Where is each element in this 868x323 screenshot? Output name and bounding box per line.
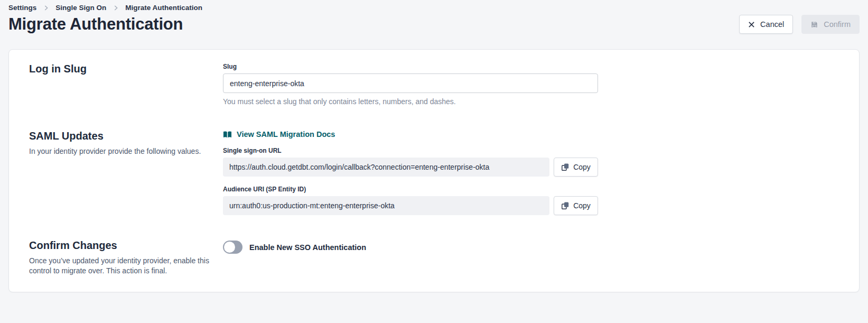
confirm-button[interactable]: Confirm xyxy=(801,15,860,34)
settings-card: Log in Slug Slug You must select a slug … xyxy=(8,49,860,292)
section-confirm-changes-right: Enable New SSO Authentication xyxy=(223,239,839,276)
confirm-button-label: Confirm xyxy=(824,20,851,29)
audience-uri-value: urn:auth0:us-production-mt:enteng-enterp… xyxy=(223,196,549,215)
section-login-slug-right: Slug You must select a slug that only co… xyxy=(223,63,839,106)
save-icon xyxy=(810,21,818,29)
copy-icon xyxy=(561,201,570,210)
breadcrumb-settings[interactable]: Settings xyxy=(8,4,36,12)
breadcrumb: Settings Single Sign On Migrate Authenti… xyxy=(8,0,860,12)
slug-helper-text: You must select a slug that only contain… xyxy=(223,97,839,106)
title-row: Migrate Authentication Cancel xyxy=(8,15,860,34)
section-saml-updates-left: SAML Updates In your identity provider p… xyxy=(29,130,223,215)
audience-uri-group: Audience URI (SP Entity ID) urn:auth0:us… xyxy=(223,186,839,215)
section-login-slug: Log in Slug Slug You must select a slug … xyxy=(29,63,839,106)
login-slug-heading: Log in Slug xyxy=(29,63,214,75)
copy-sso-url-label: Copy xyxy=(573,163,591,171)
audience-uri-label: Audience URI (SP Entity ID) xyxy=(223,186,839,193)
sso-url-group: Single sign-on URL https://auth.cloud.ge… xyxy=(223,147,839,177)
sso-url-value: https://auth.cloud.getdbt.com/login/call… xyxy=(223,158,549,177)
copy-audience-uri-button[interactable]: Copy xyxy=(554,196,598,215)
copy-audience-uri-label: Copy xyxy=(573,201,591,210)
confirm-changes-description: Once you’ve updated your identity provid… xyxy=(29,256,211,276)
cancel-button-label: Cancel xyxy=(760,20,784,29)
saml-updates-description: In your identity provider provide the fo… xyxy=(29,146,211,156)
section-login-slug-left: Log in Slug xyxy=(29,63,223,106)
view-saml-migration-docs-label: View SAML Migration Docs xyxy=(237,130,335,139)
section-saml-updates-right: View SAML Migration Docs Single sign-on … xyxy=(223,130,839,215)
saml-updates-heading: SAML Updates xyxy=(29,130,214,142)
page-title: Migrate Authentication xyxy=(8,15,183,34)
sso-url-label: Single sign-on URL xyxy=(223,147,839,154)
chevron-right-icon xyxy=(112,4,119,12)
section-confirm-changes: Confirm Changes Once you’ve updated your… xyxy=(29,239,839,276)
breadcrumb-migrate-authentication[interactable]: Migrate Authentication xyxy=(125,4,202,12)
confirm-changes-heading: Confirm Changes xyxy=(29,239,214,252)
enable-sso-toggle-row: Enable New SSO Authentication xyxy=(223,241,839,254)
header-actions: Cancel Confirm xyxy=(739,15,860,34)
section-saml-updates: SAML Updates In your identity provider p… xyxy=(29,130,839,215)
cancel-button[interactable]: Cancel xyxy=(739,15,793,34)
toggle-knob xyxy=(224,242,235,253)
page: Settings Single Sign On Migrate Authenti… xyxy=(0,0,868,292)
slug-label: Slug xyxy=(223,63,839,70)
section-confirm-changes-left: Confirm Changes Once you’ve updated your… xyxy=(29,239,223,276)
chevron-right-icon xyxy=(42,4,50,12)
close-icon xyxy=(748,21,755,28)
slug-input[interactable] xyxy=(223,73,598,93)
book-icon xyxy=(223,131,232,139)
view-saml-migration-docs-link[interactable]: View SAML Migration Docs xyxy=(223,130,335,139)
copy-icon xyxy=(561,163,570,171)
copy-sso-url-button[interactable]: Copy xyxy=(554,158,598,177)
enable-sso-toggle-label: Enable New SSO Authentication xyxy=(249,243,366,252)
enable-sso-toggle[interactable] xyxy=(223,241,242,254)
breadcrumb-single-sign-on[interactable]: Single Sign On xyxy=(55,4,106,12)
